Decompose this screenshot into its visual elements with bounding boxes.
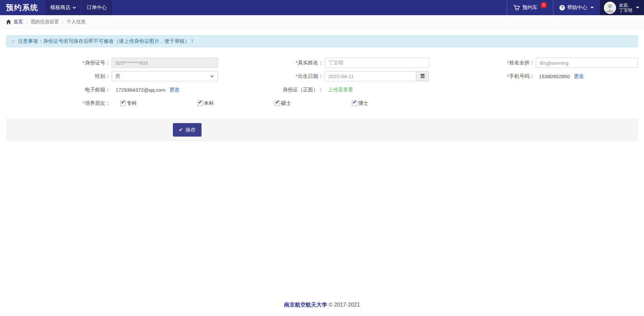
checkbox-label: 专科 [127,100,137,107]
save-button[interactable]: ✔ 保存 [173,123,202,137]
pointing-hand-icon: ☝ [10,37,16,45]
nav-item-order-center[interactable]: 订单中心 [82,0,112,15]
breadcrumb-home-label: 首页 [13,19,23,25]
breadcrumb-home-link[interactable]: 首页 [6,19,23,25]
home-icon [6,20,11,24]
phone-change-link[interactable]: 更改 [574,73,584,80]
avatar [604,2,616,14]
checkbox-master[interactable]: ✔ 硕士 [275,100,352,107]
breadcrumb-current-page: 个人信息 [67,19,86,25]
main-content: ☝ 注意事项：身份证号填写保存后即不可修改（请上传身份证图片，便于审核）！ *身… [0,29,644,316]
nav-item-label: 订单中心 [87,4,107,11]
nav-item-label: 模板商店 [50,4,70,11]
id-card-front-label: 身份证（正面）： [221,87,323,93]
check-icon: ✔ [275,99,280,105]
breadcrumb-section: 我的信息设置 [31,19,59,25]
chevron-down-icon [73,5,76,9]
breadcrumb-separator: › [26,19,28,25]
gender-selected-value: 男 [115,73,120,79]
nav-item-template-store[interactable]: 模板商店 [45,0,81,15]
user-menu[interactable]: 欢迎, 丁宝明 [600,0,644,15]
checkbox-box: ✔ [120,100,126,106]
chevron-down-icon [211,74,214,78]
checkbox-doctor[interactable]: ✔ 博士 [352,100,429,107]
field-education-level: *培养层次： ✔ 专科 ✔ 本科 ✔ 硕士 ✔ 博士 [6,99,638,107]
page-footer: 南京航空航天大学 © 2017-2021 [6,301,638,316]
cart-label: 预约车 [522,4,538,11]
birth-date-group [325,71,429,81]
field-id-card-front: 身份证（正面）： 上传及查看 [221,85,433,95]
cart-badge: 0 [541,2,547,8]
real-name-label: *真实姓名： [221,60,323,66]
check-icon: ✔ [121,99,125,105]
id-card-upload-link[interactable]: 上传及查看 [328,87,353,93]
welcome-text: 欢迎, 丁宝明 [619,3,632,13]
form-row: 性别： 男 *出生日期： *手机号码： [6,71,638,81]
checkbox-label: 博士 [358,100,368,107]
help-center-button[interactable]: ? 帮助中心 [553,0,600,15]
phone-label: *手机号码： [433,73,534,80]
checkbox-bachelor[interactable]: ✔ 本科 [197,100,275,107]
main-nav: 模板商店 订单中心 [45,0,112,15]
greeting: 欢迎, [619,3,629,8]
person-icon [605,2,615,13]
email-label: 电子邮箱： [6,87,110,93]
caret-down-icon [590,7,594,8]
id-number-input [112,58,218,68]
personal-info-form: *身份证号： *真实姓名： *姓名全拼： 性别： 男 [6,58,638,107]
field-birth-date: *出生日期： [221,71,433,81]
field-phone: *手机号码： 15380952850 更改 [433,71,638,81]
breadcrumb: 首页 › 我的信息设置 › 个人信息 [0,15,644,29]
reservation-cart-button[interactable]: 预约车 0 [507,0,553,15]
notice-text: 注意事项：身份证号填写保存后即不可修改（请上传身份证图片，便于审核）！ [18,38,195,45]
cart-icon [513,4,520,11]
check-icon: ✔ [198,99,203,105]
birth-date-input[interactable] [325,71,416,81]
required-mark: * [83,100,85,106]
education-label: *培养层次： [6,100,110,107]
form-row: *身份证号： *真实姓名： *姓名全拼： [6,58,638,68]
id-number-label: *身份证号： [6,60,110,66]
check-icon: ✔ [179,127,183,133]
breadcrumb-separator: › [62,19,64,25]
checkbox-label: 本科 [204,100,214,107]
question-icon: ? [559,5,565,10]
required-mark: * [296,60,298,65]
caret-down-icon [636,7,639,8]
username: 丁宝明 [619,8,632,13]
help-label: 帮助中心 [567,4,587,11]
university-link[interactable]: 南京航空航天大学 [284,302,327,308]
field-gender: 性别： 男 [6,71,221,81]
field-id-number: *身份证号： [6,58,221,68]
real-name-input[interactable] [325,58,429,68]
calendar-button[interactable] [416,71,429,81]
phone-value: 15380952850 [539,74,570,79]
required-mark: * [296,73,298,79]
navbar-right: 预约车 0 ? 帮助中心 欢迎, 丁宝明 [507,0,644,15]
page: 预约系统 模板商店 订单中心 预约车 0 ? 帮助中心 [0,0,644,316]
checkbox-box: ✔ [275,100,280,106]
notice-banner: ☝ 注意事项：身份证号填写保存后即不可修改（请上传身份证图片，便于审核）！ [6,35,638,47]
calendar-icon [420,74,425,79]
checkbox-box: ✔ [352,100,357,106]
check-icon: ✔ [352,99,357,105]
app-title[interactable]: 预约系统 [0,0,45,15]
email-change-link[interactable]: 更改 [170,87,180,93]
checkbox-label: 硕士 [281,100,291,107]
required-mark: * [507,60,509,65]
required-mark: * [83,60,85,65]
form-row: 电子邮箱： 1729364372@qq.com 更改 身份证（正面）： 上传及查… [6,85,638,95]
save-button-label: 保存 [186,127,196,133]
checkbox-box: ✔ [197,100,203,106]
checkbox-associate[interactable]: ✔ 专科 [120,100,197,107]
email-value: 1729364372@qq.com [116,87,165,93]
top-navbar: 预约系统 模板商店 订单中心 预约车 0 ? 帮助中心 [0,0,644,15]
field-email: 电子邮箱： 1729364372@qq.com 更改 [6,85,221,95]
pinyin-input[interactable] [536,58,638,68]
field-pinyin: *姓名全拼： [433,58,638,68]
birth-date-label: *出生日期： [221,73,323,80]
form-footer-band: ✔ 保存 [6,118,638,141]
empty-cell [433,85,638,95]
gender-select[interactable]: 男 [112,71,218,81]
field-real-name: *真实姓名： [221,58,433,68]
